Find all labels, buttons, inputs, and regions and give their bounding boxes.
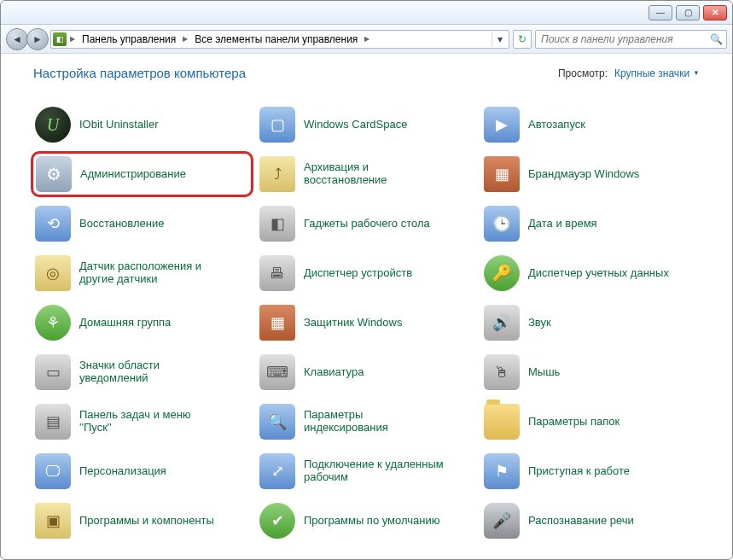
- chevron-right-icon[interactable]: ▶: [181, 35, 189, 43]
- view-value: Крупные значки: [614, 67, 689, 79]
- search-input[interactable]: [539, 32, 710, 46]
- nav-buttons: ◄ ►: [6, 28, 47, 50]
- speech-recognition-icon: 🎤: [484, 503, 520, 539]
- remote-desktop-icon: ⤢: [259, 453, 295, 489]
- windows-cardspace-icon: ▢: [259, 107, 295, 143]
- breadcrumb-segment-1[interactable]: Все элементы панели управления: [191, 33, 361, 45]
- control-panel-grid: UIObit Uninstaller▢Windows CardSpace▶Авт…: [33, 104, 700, 541]
- cpl-item-folder-options[interactable]: Параметры папок: [482, 401, 700, 442]
- cpl-item-getting-started[interactable]: ⚑Приступая к работе: [482, 451, 700, 492]
- cpl-item-windows-cardspace[interactable]: ▢Windows CardSpace: [258, 104, 475, 145]
- cpl-item-notification-icons[interactable]: ▭Значки области уведомлений: [33, 352, 251, 393]
- navbar: ◄ ► ◧ ▶ Панель управления ▶ Все элементы…: [1, 25, 732, 54]
- view-dropdown[interactable]: Крупные значки ▼: [614, 67, 700, 79]
- default-programs-icon: ✔: [259, 503, 295, 539]
- address-dropdown-button[interactable]: ▾: [492, 32, 507, 47]
- cpl-item-remote-desktop[interactable]: ⤢Подключение к удаленным рабочим: [258, 451, 475, 492]
- cpl-item-date-time[interactable]: 🕒Дата и время: [482, 203, 700, 244]
- iobit-uninstaller-icon: U: [35, 107, 71, 143]
- cpl-item-label: Приступая к работе: [528, 465, 630, 478]
- cpl-item-autoplay[interactable]: ▶Автозапуск: [482, 104, 700, 145]
- cpl-item-label: Домашняя группа: [79, 317, 171, 330]
- cpl-item-label: Архивация и восстановление: [304, 161, 449, 187]
- cpl-item-credential-manager[interactable]: 🔑Диспетчер учетных данных: [482, 253, 700, 294]
- cpl-item-recovery[interactable]: ⟲Восстановление: [33, 203, 251, 244]
- cpl-item-label: Панель задач и меню ''Пуск'': [79, 409, 224, 435]
- address-bar[interactable]: ◧ ▶ Панель управления ▶ Все элементы пан…: [50, 30, 509, 49]
- cpl-item-label: Датчик расположения и другие датчики: [79, 260, 224, 286]
- view-selector: Просмотр: Крупные значки ▼: [558, 67, 700, 79]
- cpl-item-indexing-options[interactable]: 🔍Параметры индексирования: [258, 401, 475, 442]
- cpl-item-label: Персонализация: [79, 465, 166, 478]
- view-label: Просмотр:: [558, 67, 608, 79]
- cpl-item-label: Параметры индексирования: [304, 409, 449, 435]
- cpl-item-homegroup[interactable]: ⚘Домашняя группа: [33, 302, 251, 343]
- cpl-item-backup-restore[interactable]: ⤴Архивация и восстановление: [258, 154, 475, 195]
- cpl-item-default-programs[interactable]: ✔Программы по умолчанию: [258, 500, 475, 541]
- programs-features-icon: ▣: [35, 503, 71, 539]
- cpl-item-label: IObit Uninstaller: [79, 119, 158, 131]
- cpl-item-label: Звук: [528, 317, 551, 330]
- sound-icon: 🔊: [484, 305, 520, 341]
- credential-manager-icon: 🔑: [484, 255, 520, 291]
- cpl-item-location-sensors[interactable]: ◎Датчик расположения и другие датчики: [33, 253, 251, 294]
- cpl-item-label: Значки области уведомлений: [79, 359, 224, 385]
- cpl-item-label: Восстановление: [79, 218, 164, 230]
- device-manager-icon: 🖶: [259, 255, 295, 291]
- getting-started-icon: ⚑: [484, 453, 520, 489]
- autoplay-icon: ▶: [484, 107, 520, 143]
- cpl-item-taskbar-start[interactable]: ▤Панель задач и меню ''Пуск'': [33, 401, 251, 442]
- location-sensors-icon: ◎: [35, 255, 71, 291]
- cpl-item-programs-features[interactable]: ▣Программы и компоненты: [33, 500, 251, 541]
- cpl-item-label: Программы и компоненты: [79, 515, 214, 528]
- cpl-item-label: Распознавание речи: [528, 515, 634, 528]
- date-time-icon: 🕒: [484, 206, 520, 242]
- cpl-item-label: Администрирование: [80, 168, 186, 181]
- cpl-item-label: Подключение к удаленным рабочим: [304, 458, 449, 484]
- cpl-item-personalization[interactable]: 🖵Персонализация: [33, 451, 251, 492]
- cpl-item-label: Диспетчер учетных данных: [528, 267, 669, 280]
- cpl-item-sound[interactable]: 🔊Звук: [482, 302, 700, 343]
- cpl-item-mouse[interactable]: 🖱Мышь: [482, 352, 700, 393]
- cpl-item-windows-firewall[interactable]: ▦Брандмауэр Windows: [482, 154, 700, 195]
- cpl-item-iobit-uninstaller[interactable]: UIObit Uninstaller: [33, 104, 251, 145]
- cpl-item-admin-tools[interactable]: ⚙Администрирование: [31, 151, 253, 197]
- cpl-item-label: Программы по умолчанию: [304, 515, 439, 528]
- windows-firewall-icon: ▦: [484, 156, 520, 192]
- mouse-icon: 🖱: [484, 354, 520, 390]
- back-button[interactable]: ◄: [6, 28, 28, 50]
- content-area: Настройка параметров компьютера Просмотр…: [1, 54, 732, 559]
- taskbar-start-icon: ▤: [35, 404, 71, 440]
- notification-icons-icon: ▭: [35, 354, 71, 390]
- cpl-item-label: Защитник Windows: [304, 317, 402, 330]
- chevron-right-icon[interactable]: ▶: [363, 35, 371, 43]
- windows-defender-icon: ▦: [259, 305, 295, 341]
- personalization-icon: 🖵: [35, 453, 71, 489]
- search-box[interactable]: 🔍: [535, 30, 727, 49]
- chevron-down-icon: ▼: [693, 69, 700, 77]
- recovery-icon: ⟲: [35, 206, 71, 242]
- cpl-item-keyboard[interactable]: ⌨Клавиатура: [258, 352, 475, 393]
- cpl-item-label: Гаджеты рабочего стола: [304, 218, 430, 230]
- search-icon[interactable]: 🔍: [710, 33, 723, 45]
- cpl-item-label: Мышь: [528, 366, 560, 379]
- refresh-button[interactable]: ↻: [513, 30, 532, 49]
- cpl-item-label: Клавиатура: [304, 366, 364, 379]
- cpl-item-device-manager[interactable]: 🖶Диспетчер устройств: [258, 253, 475, 294]
- cpl-item-desktop-gadgets[interactable]: ◧Гаджеты рабочего стола: [258, 203, 475, 244]
- cpl-item-speech-recognition[interactable]: 🎤Распознавание речи: [482, 500, 700, 541]
- keyboard-icon: ⌨: [259, 354, 295, 390]
- chevron-right-icon[interactable]: ▶: [68, 35, 77, 43]
- folder-options-icon: [484, 404, 520, 440]
- cpl-item-label: Windows CardSpace: [304, 119, 407, 131]
- breadcrumb-segment-0[interactable]: Панель управления: [79, 33, 179, 45]
- maximize-button[interactable]: ▢: [676, 5, 700, 20]
- homegroup-icon: ⚘: [35, 305, 71, 341]
- heading-row: Настройка параметров компьютера Просмотр…: [33, 66, 700, 80]
- close-button[interactable]: ✕: [703, 5, 727, 20]
- cpl-item-label: Автозапуск: [528, 119, 585, 131]
- cpl-item-label: Брандмауэр Windows: [528, 168, 639, 181]
- cpl-item-windows-defender[interactable]: ▦Защитник Windows: [258, 302, 475, 343]
- forward-button[interactable]: ►: [26, 28, 49, 50]
- minimize-button[interactable]: —: [649, 5, 672, 20]
